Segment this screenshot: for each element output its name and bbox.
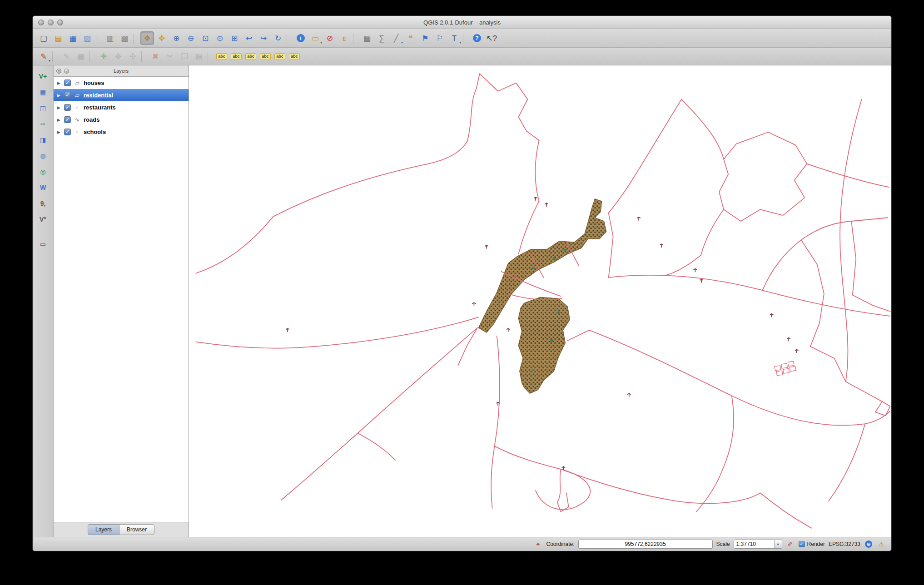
show-bookmarks-icon[interactable]: ⚐	[433, 31, 447, 45]
identify-features-icon[interactable]: i	[294, 31, 308, 45]
expand-arrow-icon[interactable]: ▶	[57, 105, 62, 110]
layer-item-roads[interactable]: ▶✓∿roads	[54, 114, 189, 126]
copy-features-icon[interactable]: ❐	[178, 50, 191, 63]
zoom-last-icon[interactable]: ↩	[242, 31, 256, 45]
remove-layer-icon[interactable]: ▭	[37, 238, 50, 250]
composer-manager-icon[interactable]: ▩	[118, 31, 131, 45]
label-properties-icon[interactable]: abc	[288, 50, 301, 63]
close-button[interactable]	[38, 20, 44, 25]
add-vector-layer-icon[interactable]: V+	[37, 70, 50, 83]
zoom-full-icon[interactable]: ⊡	[199, 31, 212, 45]
label-pin-icon[interactable]: abc	[229, 50, 243, 63]
scale-input[interactable]	[734, 540, 774, 548]
save-layer-edits-icon[interactable]: ▦	[74, 50, 88, 63]
cut-features-icon[interactable]: ✂	[163, 50, 177, 63]
layer-item-restaurants[interactable]: ▶✓◦restaurants	[54, 101, 189, 114]
toolbar-separator	[133, 33, 139, 44]
zoom-button[interactable]	[57, 20, 63, 25]
current-edits-icon[interactable]: ✎▾	[37, 50, 50, 63]
title-bar[interactable]: QGIS 2.0.1-Dufour – analysis	[33, 16, 891, 29]
line-layer-icon: ∿	[73, 116, 81, 123]
map-canvas[interactable]	[189, 65, 891, 537]
zoom-next-icon[interactable]: ↪	[257, 31, 270, 45]
zoom-in-icon[interactable]: ⊕	[169, 31, 183, 45]
add-postgis-layer-icon[interactable]: ◫	[37, 102, 50, 114]
window-title: QGIS 2.0.1-Dufour – analysis	[423, 19, 501, 26]
coordinate-input[interactable]	[578, 540, 713, 549]
expand-arrow-icon[interactable]: ▶	[57, 118, 62, 122]
expand-arrow-icon[interactable]: ▶	[57, 93, 62, 98]
panel-close-button[interactable]: ✕	[56, 69, 61, 74]
help-icon[interactable]: ?	[470, 31, 484, 45]
whats-this-icon[interactable]: ↖?	[485, 31, 498, 45]
text-annotation-icon[interactable]: T▾	[447, 31, 461, 45]
layer-item-houses[interactable]: ▶✓▱houses	[54, 77, 189, 89]
toolbar-separator	[141, 51, 147, 62]
open-attribute-table-icon[interactable]: ▦	[360, 31, 374, 45]
paste-features-icon[interactable]: ▤	[192, 50, 206, 63]
pan-to-selection-icon[interactable]: ✥	[155, 31, 169, 45]
residential-layer	[478, 199, 606, 393]
select-by-expression-icon[interactable]: ε	[338, 31, 351, 45]
new-project-icon[interactable]: ▢	[37, 31, 50, 45]
dock-tab-layers[interactable]: Layers	[88, 524, 119, 535]
field-calculator-icon[interactable]: ∑	[375, 31, 388, 45]
save-project-as-icon[interactable]: ▧	[80, 31, 94, 45]
toggle-editing-icon[interactable]: ✎	[60, 50, 73, 63]
label-show-hidden-icon[interactable]: abc	[244, 50, 258, 63]
scale-combo[interactable]: ▾	[734, 540, 782, 549]
measure-icon[interactable]: ╱▾	[389, 31, 403, 45]
new-shapefile-layer-icon[interactable]: V°	[37, 213, 50, 226]
add-delimited-text-icon[interactable]: 9,	[37, 197, 50, 210]
magnifier-edit-icon[interactable]: ✐	[786, 540, 795, 549]
layer-visibility-checkbox[interactable]: ✓	[64, 104, 71, 111]
deselect-features-icon[interactable]: ⊘	[323, 31, 337, 45]
messages-log-icon[interactable]: ⚠	[877, 540, 886, 549]
label-move-icon[interactable]: abc	[258, 50, 272, 63]
layer-visibility-checkbox[interactable]: ✓	[64, 79, 71, 86]
add-spatialite-layer-icon[interactable]: ✑	[37, 118, 50, 130]
add-feature-icon[interactable]: ✚	[97, 50, 110, 63]
expand-arrow-icon[interactable]: ▶	[57, 130, 62, 134]
traffic-lights	[38, 20, 63, 25]
panel-float-button[interactable]: ▫	[64, 69, 69, 74]
node-tool-icon[interactable]: ✣	[126, 50, 139, 63]
new-print-composer-icon[interactable]: ▥	[103, 31, 117, 45]
pan-map-icon[interactable]: ✥	[140, 31, 154, 45]
layer-visibility-checkbox[interactable]: ✓	[64, 129, 71, 135]
expand-arrow-icon[interactable]: ▶	[57, 81, 62, 85]
layer-item-schools[interactable]: ▶✓◦schools	[54, 126, 189, 138]
point-layer-icon: ◦	[73, 104, 81, 111]
layers-panel-header: ✕ ▫ Layers	[54, 65, 189, 76]
new-bookmark-icon[interactable]: ⚑	[418, 31, 432, 45]
layer-visibility-checkbox[interactable]: ✓	[64, 116, 71, 123]
render-checkbox[interactable]: ✓ Render	[799, 541, 825, 547]
add-wcs-layer-icon[interactable]: ◎	[37, 165, 50, 178]
move-feature-icon[interactable]: ✥	[111, 50, 125, 63]
save-project-icon[interactable]: ▦	[66, 31, 79, 45]
layer-item-residential[interactable]: ▶✓▱residential	[54, 89, 189, 101]
labeling-options-icon[interactable]: abc	[215, 50, 229, 63]
crs-status-icon[interactable]: ⊕	[864, 540, 873, 549]
delete-selected-icon[interactable]: ✖	[149, 50, 162, 63]
zoom-out-icon[interactable]: ⊖	[184, 31, 198, 45]
toolbar-separator	[96, 33, 101, 44]
add-mssql-layer-icon[interactable]: ◨	[37, 134, 50, 146]
render-check-icon[interactable]: ✓	[799, 541, 805, 547]
coordinate-toggle-icon[interactable]: ⌖	[534, 540, 543, 549]
main-toolbar: ▢▤▦▧▥▩✥✥⊕⊖⊡⊙⊞↩↪↻i▭▾⊘ε▦∑╱▾❝⚑⚐T▾?↖?	[33, 29, 891, 48]
layer-visibility-checkbox[interactable]: ✓	[64, 92, 71, 99]
label-rotate-icon[interactable]: abc	[273, 50, 287, 63]
add-wms-layer-icon[interactable]: ◍	[37, 149, 50, 162]
add-raster-layer-icon[interactable]: ▦	[37, 86, 50, 99]
scale-dropdown-icon[interactable]: ▾	[774, 540, 782, 548]
dock-tab-browser[interactable]: Browser	[119, 524, 154, 535]
refresh-map-icon[interactable]: ↻	[271, 31, 285, 45]
zoom-to-selection-icon[interactable]: ⊙	[213, 31, 227, 45]
zoom-to-layer-icon[interactable]: ⊞	[228, 31, 241, 45]
add-wfs-layer-icon[interactable]: W	[37, 181, 50, 194]
minimize-button[interactable]	[48, 20, 54, 25]
select-features-icon[interactable]: ▭▾	[308, 31, 322, 45]
open-project-icon[interactable]: ▤	[51, 31, 65, 45]
map-tips-icon[interactable]: ❝	[404, 31, 417, 45]
